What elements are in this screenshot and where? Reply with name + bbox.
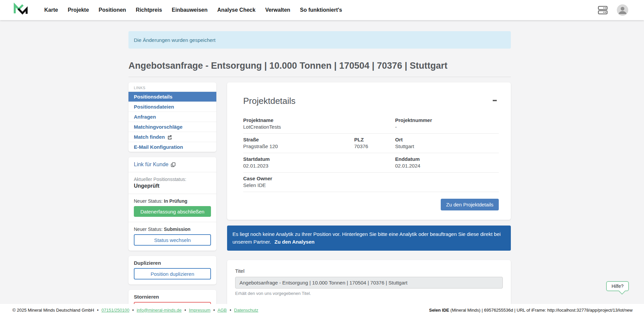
title-field-label: Titel: [235, 268, 503, 274]
analytics-banner: Es liegt noch keine Analytik zu Ihrer Po…: [227, 226, 511, 251]
footer-separator: •: [184, 308, 186, 313]
footer-link-datenschutz[interactable]: Datenschutz: [234, 308, 258, 313]
project-details-card: Projektdetails Projektname LotCreationTe…: [227, 82, 511, 220]
help-button[interactable]: Hilfe?: [606, 281, 629, 291]
sidebar-item-anfragen[interactable]: Anfragen: [128, 112, 216, 122]
field-value: 02.01.2023: [243, 163, 354, 169]
title-help-text: Erhält den von uns vorgegebenen Titel.: [235, 291, 503, 296]
next-status-label: Neuer Status:: [134, 198, 164, 204]
field-projektnummer: Projektnummer -: [395, 117, 499, 130]
session-details: (Mineral Minds) | 69576255536d | URL of …: [449, 308, 633, 313]
sidebar-item-label: Matchingvorschläge: [134, 124, 182, 130]
sidebar-item-positionsdateien[interactable]: Positionsdateien: [128, 102, 216, 112]
duplicate-card: Duplizieren Position duplizieren: [128, 256, 216, 285]
avatar[interactable]: [616, 4, 629, 16]
field-value: -: [395, 124, 499, 130]
nav-item-verwalten[interactable]: Verwalten: [265, 7, 290, 13]
footer-separator: •: [97, 308, 99, 313]
footer-separator: •: [213, 308, 215, 313]
success-alert-text: Die Änderungen wurden gespeichert: [134, 37, 216, 43]
current-status-label: Aktueller Positionsstatus:: [134, 177, 186, 182]
nav-item-karte[interactable]: Karte: [44, 7, 58, 13]
footer-link-email[interactable]: info@mineral-minds.de: [137, 308, 181, 313]
sidebar-item-label: Match finden: [134, 134, 165, 140]
footer: © 2025 Mineral Minds Deutschland GmbH • …: [0, 304, 644, 316]
footer-separator: •: [230, 308, 231, 313]
footer-session-info: Selen IDE (Mineral Minds) | 69576255536d…: [429, 308, 633, 313]
collapse-icon[interactable]: [493, 100, 497, 101]
sidebar-item-label: Positionsdetails: [134, 94, 172, 100]
customer-link[interactable]: Link für Kunde: [134, 161, 211, 169]
field-label: Projektname: [243, 117, 354, 123]
field-value: 70376: [354, 143, 395, 149]
session-user: Selen IDE: [429, 308, 449, 313]
field-label: Straße: [243, 137, 354, 142]
field-value: Selen IDE: [243, 182, 354, 188]
change-status-button[interactable]: Status wechseln: [134, 234, 211, 246]
field-label: PLZ: [354, 137, 395, 142]
next-status-value: In Prüfung: [164, 198, 187, 204]
field-strasse: Straße Pragstraße 120: [243, 137, 354, 149]
server-icon[interactable]: [598, 5, 608, 15]
field-value: Pragstraße 120: [243, 143, 354, 149]
cancel-heading: Stornieren: [134, 294, 211, 300]
duplicate-position-button[interactable]: Position duplizieren: [134, 268, 211, 279]
go-to-project-details-button[interactable]: Zu den Projektdetails: [441, 199, 499, 210]
field-label: Startdatum: [243, 156, 354, 162]
sidebar-item-label: Positionsdateien: [134, 104, 174, 110]
footer-link-phone[interactable]: 07151/250100: [102, 308, 129, 313]
sidebar-item-positionsdetails[interactable]: Positionsdetails: [128, 91, 216, 102]
sidebar: LINKS Positionsdetails Positionsdateien …: [128, 82, 216, 316]
nav-item-analyse-check[interactable]: Analyse Check: [217, 7, 256, 13]
copyright-text: © 2025 Mineral Minds Deutschland GmbH: [12, 308, 94, 313]
logo[interactable]: [13, 3, 28, 17]
sidebar-item-matchingvorschlaege[interactable]: Matchingvorschläge: [128, 122, 216, 132]
title-divider: [128, 77, 511, 77]
next-status-value: Submission: [164, 227, 191, 232]
field-label: Ort: [395, 137, 499, 142]
top-nav: Karte Projekte Positionen Richtpreis Ein…: [0, 0, 644, 20]
field-enddatum: Enddatum 02.01.2024: [395, 156, 499, 169]
project-row: Projektname LotCreationTests Projektnumm…: [243, 114, 499, 134]
title-input: [235, 277, 503, 289]
links-card-header: LINKS: [128, 82, 216, 91]
external-link-icon: [167, 135, 172, 139]
nav-item-positionen[interactable]: Positionen: [99, 7, 126, 13]
project-row: Straße Pragstraße 120 PLZ 70376 Ort Stut…: [243, 134, 499, 153]
nav-right-area: [598, 4, 629, 16]
field-label: Projektnummer: [395, 117, 499, 123]
field-startdatum: Startdatum 02.01.2023: [243, 156, 354, 169]
footer-link-impressum[interactable]: Impressum: [189, 308, 210, 313]
current-status-value: Ungeprüft: [134, 183, 211, 189]
main-column: Projektdetails Projektname LotCreationTe…: [227, 82, 511, 316]
project-row: Startdatum 02.01.2023 Enddatum 02.01.202…: [243, 153, 499, 173]
sidebar-item-label: Anfragen: [134, 114, 156, 120]
nav-item-projekte[interactable]: Projekte: [68, 7, 89, 13]
app-window: Karte Projekte Positionen Richtpreis Ein…: [0, 0, 644, 316]
nav-item-so-funktionierts[interactable]: So funktioniert's: [300, 7, 342, 13]
page-title: Angebotsanfrage - Entsorgung | 10.000 To…: [128, 61, 511, 71]
field-projektname: Projektname LotCreationTests: [243, 117, 354, 130]
footer-link-agb[interactable]: AGB: [218, 308, 227, 313]
complete-data-entry-button[interactable]: Datenerfassung abschließen: [134, 206, 211, 217]
nav-item-einbauweisen[interactable]: Einbauweisen: [172, 7, 208, 13]
sidebar-item-match-finden[interactable]: Match finden: [128, 132, 216, 142]
field-plz: PLZ 70376: [354, 137, 395, 149]
analytics-banner-text: Es liegt noch keine Analytik zu Ihrer Po…: [232, 231, 501, 245]
go-to-analyses-link[interactable]: Zu den Analysen: [274, 239, 314, 245]
links-card: LINKS Positionsdetails Positionsdateien …: [128, 82, 216, 152]
copy-icon[interactable]: [171, 162, 176, 167]
success-alert: Die Änderungen wurden gespeichert: [128, 31, 511, 49]
field-value: LotCreationTests: [243, 124, 354, 130]
next-status-label: Neuer Status:: [134, 227, 164, 232]
main-nav: Karte Projekte Positionen Richtpreis Ein…: [44, 7, 342, 13]
field-value: Stuttgart: [395, 143, 499, 149]
nav-item-richtpreis[interactable]: Richtpreis: [136, 7, 162, 13]
footer-left: © 2025 Mineral Minds Deutschland GmbH • …: [12, 308, 258, 313]
sidebar-item-email-konfiguration[interactable]: E-Mail Konfiguration: [128, 142, 216, 152]
field-value: 02.01.2024: [395, 163, 499, 169]
mineral-minds-logo-icon: [13, 3, 28, 17]
status-card: Link für Kunde Aktueller Positionsstatus…: [128, 157, 216, 251]
field-label: Case Owner: [243, 176, 354, 181]
footer-separator: •: [132, 308, 134, 313]
